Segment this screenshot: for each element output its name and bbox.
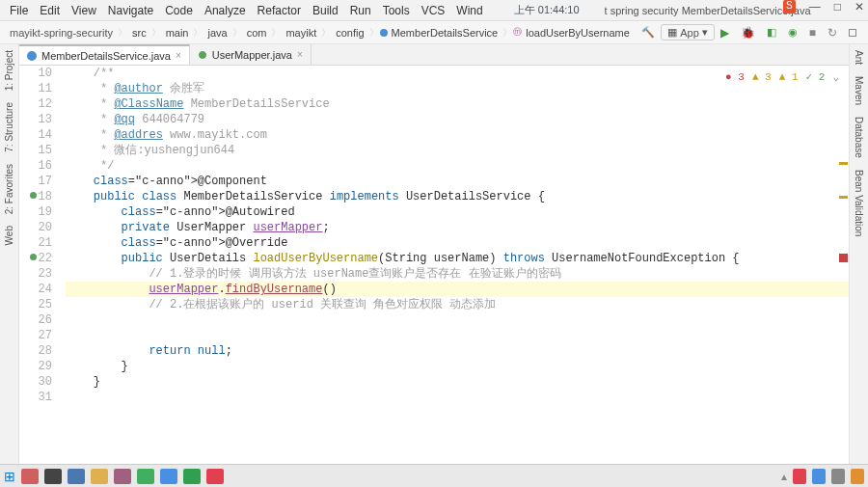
profile-button[interactable]: ◉ (782, 26, 803, 39)
os-taskbar: ⊞ ▴ (0, 464, 868, 487)
menu-refactor[interactable]: Refactor (252, 2, 307, 19)
maximize-icon[interactable]: □ (834, 0, 841, 14)
window-title-tail: t spring security MemberDetailsService.j… (605, 5, 811, 16)
editor-body: 1: Project 7: Structure 2: Favorites Web… (0, 44, 868, 467)
debug-button[interactable]: 🐞 (735, 26, 761, 40)
tray-icon[interactable] (812, 469, 826, 484)
crumb-main[interactable]: main (162, 27, 193, 39)
inspection-widget[interactable]: ● 3 ▲ 3 ▲ 1 ✓ 2 ⌄ (725, 69, 839, 85)
warn-count-1: ▲ 3 (752, 69, 772, 85)
editor-area: MemberDetailsService.java × UserMapper.j… (19, 44, 849, 467)
chevron-right-icon: 〉 (192, 26, 203, 40)
stop-button[interactable]: ■ (803, 26, 822, 40)
menu-edit[interactable]: Edit (34, 2, 66, 19)
close-icon[interactable]: × (176, 50, 181, 61)
task-icon[interactable] (137, 469, 154, 484)
task-icon[interactable] (114, 469, 131, 484)
time-widget: 上午 01:44:10 (508, 3, 585, 17)
crumb-mayikt[interactable]: mayikt (282, 27, 320, 39)
tray-icon[interactable] (793, 469, 806, 484)
menu-bar: File Edit View Navigate Code Analyze Ref… (0, 0, 868, 21)
method-icon: ⓜ (513, 26, 522, 39)
menu-tools[interactable]: Tools (377, 2, 416, 19)
crumb-class[interactable]: MemberDetailsService (388, 27, 502, 39)
menu-vcs[interactable]: VCS (416, 2, 451, 19)
menu-file[interactable]: File (4, 2, 34, 19)
crumb-project[interactable]: mayikt-spring-security (6, 27, 117, 39)
task-icon[interactable] (91, 469, 108, 484)
update-button[interactable]: ↻ (822, 26, 843, 40)
editor-tabs: MemberDetailsService.java × UserMapper.j… (19, 44, 849, 66)
run-button[interactable]: ▶ (715, 26, 735, 40)
tool-project[interactable]: 1: Project (4, 44, 14, 96)
ime-icon[interactable]: S (783, 0, 796, 14)
tray-icon[interactable]: ▴ (781, 470, 787, 483)
start-button[interactable]: ⊞ (4, 469, 15, 484)
task-icon[interactable] (68, 469, 85, 484)
tool-favorites[interactable]: 2: Favorites (4, 158, 14, 220)
chevron-right-icon: 〉 (270, 26, 282, 40)
chevron-right-icon: 〉 (117, 26, 128, 40)
build-button[interactable]: 🔨 (636, 26, 661, 39)
coverage-button[interactable]: ◧ (761, 26, 782, 39)
crumb-java[interactable]: java (203, 27, 231, 39)
crumb-com[interactable]: com (243, 27, 271, 39)
tool-ant[interactable]: Ant (854, 44, 864, 70)
chevron-right-icon: 〉 (231, 26, 243, 40)
tab-member-details[interactable]: MemberDetailsService.java × (19, 44, 190, 65)
task-icon[interactable] (206, 469, 224, 484)
menu-view[interactable]: View (66, 2, 102, 19)
run-config-dropdown[interactable]: ▦ App ▾ (661, 24, 715, 41)
tray-icon[interactable] (831, 469, 845, 484)
tool-maven[interactable]: Maven (854, 70, 864, 111)
search-button[interactable] (843, 29, 862, 37)
tool-web[interactable]: Web (4, 220, 14, 251)
class-icon (380, 29, 388, 37)
menu-navigate[interactable]: Navigate (102, 2, 159, 19)
window-controls: S — □ ✕ (783, 0, 864, 14)
crumb-src[interactable]: src (128, 27, 150, 39)
right-tool-strip: Ant Maven Database Bean Validation (849, 44, 868, 467)
minimize-icon[interactable]: — (809, 0, 821, 14)
tool-structure[interactable]: 7: Structure (4, 96, 14, 158)
tool-bean-validation[interactable]: Bean Validation (854, 164, 864, 242)
interface-icon (198, 50, 207, 60)
tray-icon[interactable] (851, 469, 864, 484)
tab-label: MemberDetailsService.java (41, 50, 171, 62)
chevron-right-icon: 〉 (502, 26, 513, 40)
navigation-bar: mayikt-spring-security〉 src〉 main〉 java〉… (0, 21, 868, 44)
task-icon[interactable] (44, 469, 62, 484)
line-gutter: 1011121314151617181920212223242526272829… (19, 66, 58, 467)
menu-window[interactable]: Wind (450, 2, 488, 19)
class-icon (27, 51, 37, 61)
crumb-config[interactable]: config (332, 27, 367, 39)
task-icon[interactable] (21, 469, 39, 484)
error-stripe[interactable] (837, 85, 849, 467)
menu-analyze[interactable]: Analyze (199, 2, 252, 19)
menu-build[interactable]: Build (307, 2, 344, 19)
task-icon[interactable] (160, 469, 177, 484)
tool-database[interactable]: Database (854, 111, 864, 164)
error-count: ● 3 (725, 69, 745, 85)
crumb-method[interactable]: loadUserByUsername (522, 27, 634, 39)
menu-code[interactable]: Code (159, 2, 199, 19)
tab-label: UserMapper.java (212, 49, 292, 61)
menu-run[interactable]: Run (344, 2, 377, 19)
close-icon[interactable]: ✕ (854, 0, 864, 14)
chevron-down-icon[interactable]: ⌄ (832, 69, 839, 85)
warn-count-2: ▲ 1 (779, 69, 799, 85)
chevron-right-icon: 〉 (368, 26, 380, 40)
code-editor[interactable]: 1011121314151617181920212223242526272829… (19, 66, 849, 467)
close-icon[interactable]: × (297, 49, 303, 60)
task-icon[interactable] (183, 469, 201, 484)
chevron-right-icon: 〉 (150, 26, 162, 40)
tab-user-mapper[interactable]: UserMapper.java × (190, 44, 312, 65)
chevron-right-icon: 〉 (320, 26, 332, 40)
left-tool-strip: 1: Project 7: Structure 2: Favorites Web (0, 44, 19, 467)
code-content[interactable]: ● 3 ▲ 3 ▲ 1 ✓ 2 ⌄ /** * @author 余胜军 * @C… (58, 66, 849, 467)
check-count: ✓ 2 (806, 69, 826, 85)
